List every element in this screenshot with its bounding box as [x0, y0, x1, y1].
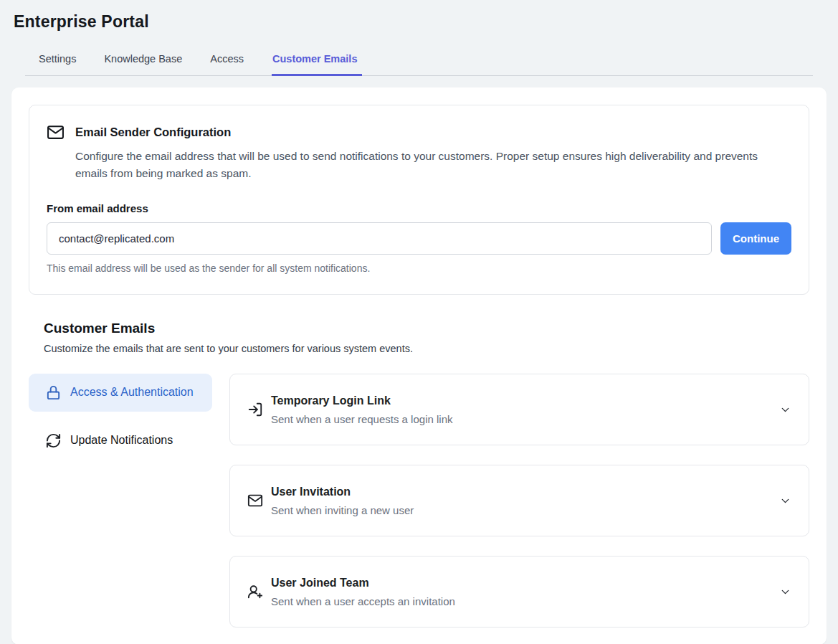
email-template-list: Temporary Login Link Sent when a user re… [229, 374, 809, 628]
section-header: Customer Emails Customize the emails tha… [44, 321, 809, 354]
email-item-subtitle: Sent when inviting a new user [271, 503, 771, 518]
email-item-user-invitation[interactable]: User Invitation Sent when inviting a new… [229, 465, 809, 536]
email-category-sidebar: Access & Authentication Update Notificat… [29, 374, 212, 460]
mail-icon [247, 493, 263, 508]
sidebar-item-update-notifications[interactable]: Update Notifications [29, 422, 212, 460]
card-header: Email Sender Configuration [47, 123, 791, 141]
card-title: Email Sender Configuration [75, 126, 231, 139]
email-item-text: User Invitation Sent when inviting a new… [271, 484, 771, 517]
user-plus-icon [247, 584, 263, 600]
email-sender-card: Email Sender Configuration Configure the… [29, 105, 809, 295]
email-item-subtitle: Sent when a user requests a login link [271, 412, 771, 427]
section-subtitle: Customize the emails that are sent to yo… [44, 343, 809, 354]
chevron-down-icon[interactable] [779, 586, 791, 598]
customer-emails-content: Access & Authentication Update Notificat… [29, 374, 809, 628]
section-title: Customer Emails [44, 321, 809, 336]
customer-emails-section: Customer Emails Customize the emails tha… [29, 321, 809, 628]
card-description: Configure the email address that will be… [75, 148, 781, 183]
main-panel: Email Sender Configuration Configure the… [11, 87, 827, 644]
email-item-title: Temporary Login Link [271, 393, 771, 409]
page-header: Enterprise Portal Settings Knowledge Bas… [0, 0, 838, 76]
email-item-title: User Joined Team [271, 575, 771, 591]
tab-knowledge-base[interactable]: Knowledge Base [104, 47, 182, 75]
from-email-label: From email address [47, 202, 791, 214]
chevron-down-icon[interactable] [779, 495, 791, 507]
chevron-down-icon[interactable] [779, 404, 791, 416]
email-item-title: User Invitation [271, 484, 771, 500]
from-email-input[interactable] [47, 222, 712, 255]
sidebar-item-access-authentication[interactable]: Access & Authentication [29, 374, 212, 412]
continue-button[interactable]: Continue [720, 222, 791, 255]
email-item-text: User Joined Team Sent when a user accept… [271, 575, 771, 608]
sidebar-item-label: Update Notifications [70, 432, 173, 449]
login-icon [247, 402, 263, 417]
email-item-subtitle: Sent when a user accepts an invitation [271, 595, 771, 609]
tab-customer-emails[interactable]: Customer Emails [272, 47, 362, 76]
email-item-temporary-login-link[interactable]: Temporary Login Link Sent when a user re… [229, 374, 809, 445]
email-item-user-joined-team[interactable]: User Joined Team Sent when a user accept… [229, 556, 809, 628]
email-helper-text: This email address will be used as the s… [47, 262, 791, 274]
refresh-icon [45, 432, 62, 449]
sidebar-item-label: Access & Authentication [70, 384, 194, 401]
mail-icon [47, 123, 65, 141]
from-email-row: Continue [47, 222, 791, 255]
page-title: Enterprise Portal [14, 12, 824, 32]
tab-settings[interactable]: Settings [39, 47, 76, 75]
lock-icon [45, 384, 62, 401]
tab-access[interactable]: Access [210, 47, 244, 75]
tab-bar: Settings Knowledge Base Access Customer … [25, 47, 813, 76]
email-item-text: Temporary Login Link Sent when a user re… [271, 393, 771, 426]
